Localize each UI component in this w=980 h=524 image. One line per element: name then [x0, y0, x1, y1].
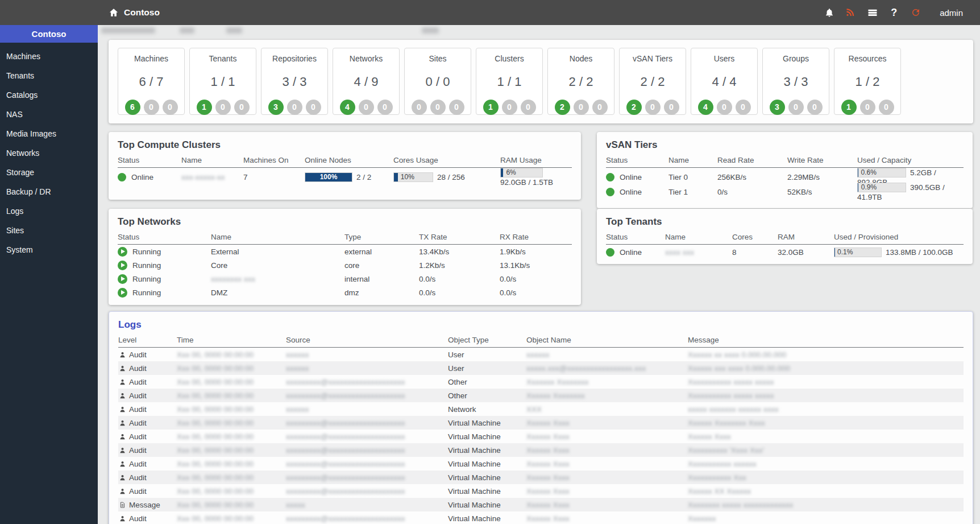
badge-warning: 0 [359, 100, 374, 115]
vsan-tiers-panel: vSAN Tiers Status Name Read Rate Write R… [597, 132, 973, 208]
log-row[interactable]: AuditXxx 00, 0000 00:00:00xxxxxxxxx@xxxx… [118, 511, 964, 524]
stat-card-title: Tenants [190, 54, 256, 63]
log-row[interactable]: AuditXxx 00, 0000 00:00:00xxxxxxUserxxxx… [118, 361, 964, 375]
table-header: Status Name Read Rate Write Rate Used / … [606, 156, 964, 168]
sidebar-item-nas[interactable]: NAS [0, 105, 98, 124]
log-object-type: Virtual Machine [448, 446, 526, 455]
log-row[interactable]: AuditXxx 00, 0000 00:00:00xxxxxxxxx@xxxx… [118, 484, 964, 498]
log-row[interactable]: AuditXxx 00, 0000 00:00:00xxxxxxxxx@xxxx… [118, 375, 964, 389]
stat-card-clusters[interactable]: Clusters 1 / 1 1 0 0 [476, 48, 543, 115]
sidebar-item-networks[interactable]: Networks [0, 143, 98, 163]
sidebar-item-sites[interactable]: Sites [0, 221, 98, 240]
audit-person-icon [119, 488, 126, 495]
log-time-redacted: Xxx 00, 0000 00:00:00 [177, 487, 286, 496]
status-label: Running [132, 261, 161, 270]
rx-rate: 0.0/s [500, 275, 572, 283]
used-provisioned-cell: 0.1%133.8MB / 100.0GB [834, 247, 964, 257]
stat-card-tenants[interactable]: Tenants 1 / 1 1 0 0 [189, 48, 256, 115]
sidebar-item-media-images[interactable]: Media Images [0, 124, 98, 143]
table-row[interactable]: Running DMZ dmz 0.0/s 0.0/s [118, 286, 572, 299]
log-level-cell: Audit [118, 350, 177, 359]
stat-card-sites[interactable]: Sites 0 / 0 0 0 0 [404, 48, 471, 115]
redacted-smudge [226, 27, 242, 34]
sidebar-item-tenants[interactable]: Tenants [0, 66, 98, 85]
stat-card-badges: 2 0 0 [620, 100, 686, 115]
table-row[interactable]: Running External external 13.4Kb/s 1.9Kb… [118, 245, 572, 258]
log-row[interactable]: MessageXxx 00, 0000 00:00:00xxxxxVirtual… [118, 498, 964, 511]
badge-online: 3 [770, 100, 785, 115]
rss-feed-icon[interactable] [845, 7, 856, 18]
log-message-redacted: Xxxxxxx [688, 514, 964, 523]
app-breadcrumb[interactable]: Contoso [108, 7, 160, 18]
log-row[interactable]: AuditXxx 00, 0000 00:00:00xxxxxxxxx@xxxx… [118, 416, 964, 430]
stat-card-nodes[interactable]: Nodes 2 / 2 2 0 0 [547, 48, 614, 115]
top-networks-table: Status Name Type TX Rate RX Rate Running… [118, 233, 572, 299]
badge-warning: 0 [860, 100, 875, 115]
sidebar-item-logs[interactable]: Logs [0, 201, 98, 221]
stat-card-resources[interactable]: Resources 1 / 2 1 0 0 [834, 48, 901, 115]
log-object-type: User [448, 364, 526, 373]
table-row[interactable]: Running Core core 1.2Kb/s 13.1Kb/s [118, 258, 572, 272]
table-row[interactable]: Online Tier 1 0/s 52KB/s 0.9%390.5GB / 4… [606, 183, 964, 197]
stat-card-count: 1 / 1 [190, 75, 256, 89]
read-rate: 256KB/s [717, 173, 787, 181]
tenant-ram: 32.0GB [778, 248, 834, 257]
col-machines-on: Machines On [243, 156, 305, 164]
stat-card-machines[interactable]: Machines 6 / 7 6 0 0 [118, 48, 185, 115]
log-time-redacted: Xxx 00, 0000 00:00:00 [177, 501, 286, 509]
stat-card-users[interactable]: Users 4 / 4 4 0 0 [691, 48, 758, 115]
log-object-type: Virtual Machine [448, 514, 526, 523]
log-row[interactable]: AuditXxx 00, 0000 00:00:00xxxxxxUserxxxx… [118, 348, 964, 361]
stat-card-title: Resources [834, 54, 900, 63]
log-level-cell: Audit [118, 514, 177, 523]
refresh-icon[interactable] [910, 7, 921, 18]
cores-usage-cell: 10%28 / 256 [393, 172, 500, 182]
stat-card-repositories[interactable]: Repositories 3 / 3 3 0 0 [261, 48, 328, 115]
badge-online: 4 [698, 100, 713, 115]
network-type: core [344, 261, 419, 270]
log-row[interactable]: AuditXxx 00, 0000 00:00:00xxxxxxNetworkX… [118, 402, 964, 416]
log-level-label: Audit [129, 514, 147, 523]
help-icon[interactable]: ? [888, 7, 899, 18]
logs-title-link[interactable]: Logs [109, 312, 973, 336]
notifications-bell-icon[interactable] [824, 7, 834, 18]
sidebar-item-catalogs[interactable]: Catalogs [0, 85, 98, 105]
ram-usage-bar: 6% [500, 168, 543, 178]
table-row[interactable]: Online xxx-xxxxx-xx 7 100%2 / 2 10%28 / … [118, 168, 572, 184]
log-object-name-redacted: Xxxxxxx Xxxxxxxx [526, 378, 688, 386]
stat-card-networks[interactable]: Networks 4 / 9 4 0 0 [333, 48, 400, 115]
sidebar-item-backup-dr[interactable]: Backup / DR [0, 182, 98, 201]
table-row[interactable]: Online Tier 0 256KB/s 2.29MB/s 0.6%5.2GB… [606, 168, 964, 183]
log-row[interactable]: AuditXxx 00, 0000 00:00:00xxxxxxxxx@xxxx… [118, 443, 964, 457]
stat-card-title: Sites [405, 54, 471, 63]
log-level-label: Audit [129, 364, 147, 373]
log-message-redacted: Xxxxxxxxxxx xxxxx xxxxx [688, 391, 964, 400]
table-row[interactable]: Running xxxxxxxx xxx internal 0.0/s 0.0/… [118, 272, 572, 286]
stat-card-count: 4 / 9 [333, 75, 399, 89]
log-source-redacted: xxxxxx [286, 405, 448, 414]
log-object-type: User [448, 350, 526, 359]
machines-on-value: 7 [243, 173, 305, 181]
log-row[interactable]: AuditXxx 00, 0000 00:00:00xxxxxxxxx@xxxx… [118, 430, 964, 443]
stat-card-title: Users [691, 54, 757, 63]
stat-card-groups[interactable]: Groups 3 / 3 3 0 0 [762, 48, 829, 115]
sidebar-item-storage[interactable]: Storage [0, 163, 98, 182]
write-rate: 2.29MB/s [787, 173, 857, 181]
log-row[interactable]: AuditXxx 00, 0000 00:00:00xxxxxxxxx@xxxx… [118, 457, 964, 471]
sidebar-item-system[interactable]: System [0, 240, 98, 259]
status-label: Online [620, 248, 642, 257]
top-bar: Contoso ? admin [0, 0, 980, 25]
console-sessions-icon[interactable] [867, 7, 878, 18]
home-icon[interactable] [108, 7, 119, 18]
table-row[interactable]: Online xxxx xxx 8 32.0GB 0.1%133.8MB / 1… [606, 245, 964, 259]
badge-error: 0 [736, 100, 751, 115]
stat-card-vsan-tiers[interactable]: vSAN Tiers 2 / 2 2 0 0 [619, 48, 686, 115]
log-row[interactable]: AuditXxx 00, 0000 00:00:00xxxxxxxxx@xxxx… [118, 389, 964, 402]
tenant-name-redacted: xxxx xxx [665, 248, 732, 257]
sidebar-brand[interactable]: Contoso [0, 25, 98, 43]
log-row[interactable]: AuditXxx 00, 0000 00:00:00xxxxxxxxx@xxxx… [118, 471, 964, 484]
log-message-redacted: Xxxxxxxxxxx xxxxx xxxxx [688, 378, 964, 386]
user-menu[interactable]: admin [940, 8, 963, 18]
sidebar-item-machines[interactable]: Machines [0, 47, 98, 66]
stat-card-title: Nodes [548, 54, 614, 63]
